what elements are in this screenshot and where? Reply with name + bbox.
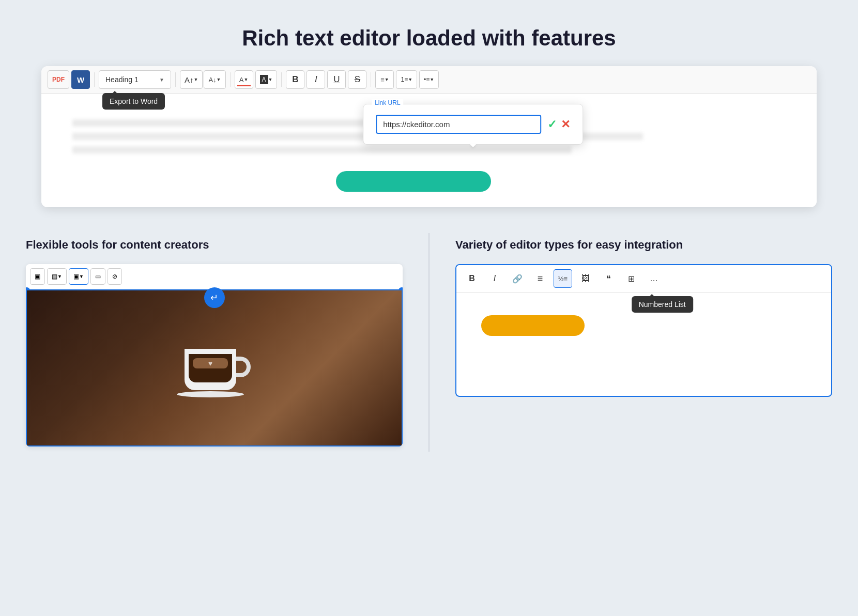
image-align-inline-arrow: ▼: [57, 274, 62, 279]
content-line-3: [72, 146, 572, 153]
link-url-input[interactable]: [376, 115, 541, 134]
bullet-list-arrow: ▼: [430, 77, 434, 82]
cup-saucer: [177, 391, 244, 397]
align-arrow: ▼: [385, 77, 389, 82]
heading-selector[interactable]: Heading 1 ▼: [99, 70, 171, 89]
font-color-bar: [237, 85, 251, 86]
variety-editor: B I 🔗 ≡ ½≡ 🖼 ❝: [455, 264, 832, 397]
font-size-decrease-icon: A↓: [208, 76, 216, 84]
word-icon: W: [77, 75, 84, 84]
underline-button[interactable]: U: [327, 70, 346, 89]
main-editor: PDF W Export to Word Heading 1 ▼ A↑ ▼: [41, 66, 817, 207]
font-size-dropdown-arrow: ▼: [194, 77, 198, 82]
image-align-left-icon: ▣: [35, 273, 40, 280]
export-word-button[interactable]: W: [71, 70, 90, 89]
link-popup-actions: ✓ ✕: [547, 118, 570, 131]
bottom-right-card: Variety of editor types for easy integra…: [430, 223, 858, 462]
numbered-list-icon: 1≡: [401, 76, 408, 83]
image-align-right-button[interactable]: ▭: [90, 268, 105, 285]
image-align-inline-button[interactable]: ▤ ▼: [47, 268, 67, 285]
variety-table-icon: ⊞: [628, 274, 635, 284]
font-size-decrease-button[interactable]: A↓ ▼: [204, 70, 225, 89]
toolbar-sep-1: [94, 72, 95, 87]
toolbar-sep-5: [371, 72, 371, 87]
coffee-cup: ♥: [185, 349, 244, 397]
heading-value: Heading 1: [105, 75, 139, 84]
variety-more-icon: …: [650, 274, 658, 283]
export-word-tooltip: Export to Word: [102, 93, 165, 110]
link-url-popup: Link URL ✓ ✕: [363, 104, 583, 145]
highlight-arrow: ▼: [268, 77, 273, 82]
toolbar-sep-2: [175, 72, 176, 87]
font-size-increase-icon: A↑: [185, 75, 194, 84]
pdf-icon: PDF: [52, 76, 65, 83]
font-color-button[interactable]: A ▼: [235, 70, 253, 89]
variety-bullet-list-icon: ≡: [538, 273, 543, 284]
strikethrough-button[interactable]: S: [348, 70, 366, 89]
font-size-group: A↑ ▼ A↓ ▼: [180, 70, 226, 89]
link-popup-label: Link URL: [372, 99, 403, 106]
variety-italic-button[interactable]: I: [485, 269, 504, 288]
variety-numbered-list-icon: ½≡: [558, 275, 568, 283]
variety-bold-button[interactable]: B: [463, 269, 481, 288]
export-pdf-button[interactable]: PDF: [48, 70, 69, 89]
variety-image-button[interactable]: 🖼: [576, 269, 595, 288]
coffee-liquid: ♥: [189, 354, 232, 382]
font-color-arrow: ▼: [243, 77, 248, 82]
bullet-list-button[interactable]: •≡ ▼: [419, 70, 439, 89]
export-word-wrapper: W Export to Word: [71, 70, 90, 89]
bottom-sections: Flexible tools for content creators ▣ ▤ …: [0, 223, 858, 462]
image-toolbar: ▣ ▤ ▼ ▣ ▼ ▭ ⊘: [26, 264, 403, 289]
align-icon: ≡: [380, 76, 385, 84]
link-cancel-button[interactable]: ✕: [561, 118, 570, 131]
link-confirm-button[interactable]: ✓: [547, 118, 557, 131]
image-align-left-button[interactable]: ▣: [30, 268, 45, 285]
yellow-bar: [481, 315, 585, 336]
bottom-left-title: Flexible tools for content creators: [26, 238, 403, 252]
bottom-left-card: Flexible tools for content creators ▣ ▤ …: [0, 223, 428, 462]
green-link-bar: [336, 171, 491, 192]
image-align-center-button[interactable]: ▣ ▼: [69, 268, 88, 285]
variety-link-button[interactable]: 🔗: [508, 269, 527, 288]
numbered-list-button[interactable]: 1≡ ▼: [396, 70, 417, 89]
italic-button[interactable]: I: [307, 70, 325, 89]
variety-toolbar: B I 🔗 ≡ ½≡ 🖼 ❝: [456, 265, 831, 292]
variety-quote-icon: ❝: [606, 274, 611, 284]
variety-table-button[interactable]: ⊞: [622, 269, 640, 288]
editor-body[interactable]: Link URL ✓ ✕: [41, 94, 817, 207]
variety-bold-icon: B: [469, 274, 475, 283]
highlight-icon: A: [260, 75, 268, 84]
link-popup-row: ✓ ✕: [376, 115, 570, 134]
image-hide-button[interactable]: ⊘: [108, 268, 122, 285]
coffee-scene: ♥: [185, 338, 244, 397]
page-title: Rich text editor loaded with features: [31, 21, 827, 51]
toolbar-sep-4: [281, 72, 282, 87]
font-size-increase-button[interactable]: A↑ ▼: [180, 70, 203, 89]
align-button[interactable]: ≡ ▼: [375, 70, 394, 89]
image-align-center-icon: ▣: [73, 273, 79, 280]
image-editor-container: ▣ ▤ ▼ ▣ ▼ ▭ ⊘: [26, 264, 403, 446]
image-align-right-icon: ▭: [95, 273, 101, 280]
return-handle[interactable]: ↵: [204, 287, 225, 308]
heart-shape: ♥: [208, 359, 212, 367]
highlight-color-button[interactable]: A ▼: [255, 70, 278, 89]
cup-handle: [236, 357, 251, 377]
variety-quote-button[interactable]: ❝: [599, 269, 618, 288]
numbered-list-arrow: ▼: [408, 77, 412, 82]
toolbar-sep-3: [230, 72, 231, 87]
variety-numbered-list-button[interactable]: ½≡: [554, 269, 572, 288]
image-align-center-arrow: ▼: [79, 274, 84, 279]
variety-image-icon: 🖼: [581, 274, 590, 283]
font-color-icon: A: [239, 76, 244, 84]
heading-dropdown-arrow: ▼: [159, 77, 164, 83]
coffee-image: ♥: [27, 290, 402, 445]
image-hide-icon: ⊘: [112, 273, 117, 280]
variety-more-button[interactable]: …: [645, 269, 663, 288]
variety-bullet-list-button[interactable]: ≡: [531, 269, 549, 288]
image-align-inline-icon: ▤: [52, 273, 57, 280]
cup-body: ♥: [185, 349, 236, 390]
font-size-decrease-arrow: ▼: [217, 77, 221, 82]
numbered-list-tooltip: Numbered List: [632, 296, 693, 313]
bold-button[interactable]: B: [286, 70, 304, 89]
bottom-right-title: Variety of editor types for easy integra…: [455, 238, 832, 252]
